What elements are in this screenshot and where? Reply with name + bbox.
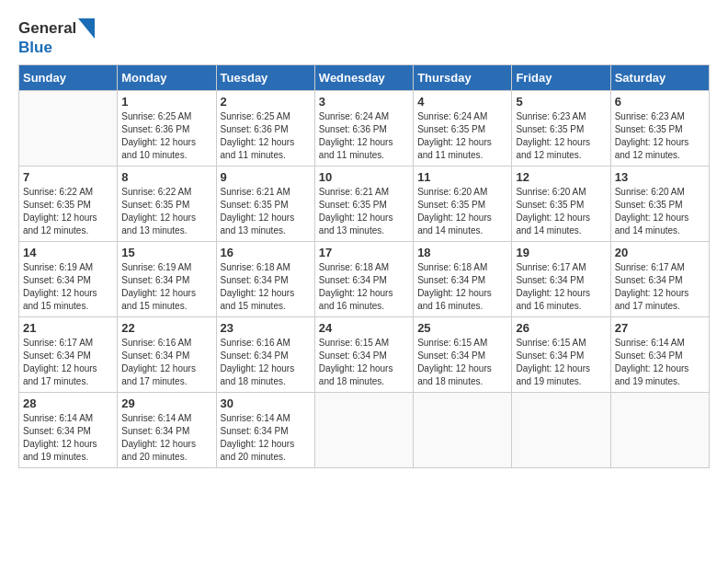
calendar-day-header-thursday: Thursday bbox=[414, 65, 512, 91]
day-number: 10 bbox=[319, 170, 409, 184]
day-number: 5 bbox=[516, 95, 606, 109]
calendar-week-row: 7Sunrise: 6:22 AMSunset: 6:35 PMDaylight… bbox=[19, 167, 710, 242]
day-info: Sunrise: 6:14 AMSunset: 6:34 PMDaylight:… bbox=[221, 412, 311, 464]
day-info: Sunrise: 6:17 AMSunset: 6:34 PMDaylight:… bbox=[23, 337, 113, 388]
calendar-cell: 19Sunrise: 6:17 AMSunset: 6:34 PMDayligh… bbox=[512, 242, 610, 317]
calendar-cell: 13Sunrise: 6:20 AMSunset: 6:35 PMDayligh… bbox=[610, 167, 709, 242]
svg-marker-0 bbox=[78, 18, 95, 39]
day-number: 22 bbox=[121, 321, 211, 335]
day-info: Sunrise: 6:21 AMSunset: 6:35 PMDaylight:… bbox=[221, 186, 311, 237]
calendar-cell: 28Sunrise: 6:14 AMSunset: 6:34 PMDayligh… bbox=[19, 393, 118, 468]
day-number: 4 bbox=[417, 95, 507, 109]
day-info: Sunrise: 6:25 AMSunset: 6:36 PMDaylight:… bbox=[121, 110, 211, 162]
day-info: Sunrise: 6:14 AMSunset: 6:34 PMDaylight:… bbox=[23, 412, 113, 464]
day-number: 7 bbox=[23, 170, 113, 184]
day-number: 12 bbox=[516, 170, 606, 184]
calendar-cell: 17Sunrise: 6:18 AMSunset: 6:34 PMDayligh… bbox=[314, 242, 413, 317]
day-info: Sunrise: 6:16 AMSunset: 6:34 PMDaylight:… bbox=[221, 337, 311, 388]
day-number: 21 bbox=[23, 321, 113, 335]
logo-text: General Blue bbox=[18, 18, 95, 57]
calendar-day-header-sunday: Sunday bbox=[19, 65, 118, 91]
calendar-week-row: 14Sunrise: 6:19 AMSunset: 6:34 PMDayligh… bbox=[19, 242, 710, 317]
calendar-cell: 2Sunrise: 6:25 AMSunset: 6:36 PMDaylight… bbox=[216, 91, 314, 167]
day-info: Sunrise: 6:18 AMSunset: 6:34 PMDaylight:… bbox=[319, 261, 409, 313]
day-info: Sunrise: 6:15 AMSunset: 6:34 PMDaylight:… bbox=[319, 337, 409, 388]
day-info: Sunrise: 6:18 AMSunset: 6:34 PMDaylight:… bbox=[417, 261, 507, 313]
day-number: 24 bbox=[319, 321, 409, 335]
day-number: 17 bbox=[319, 246, 409, 259]
page-header: General Blue bbox=[18, 18, 710, 57]
calendar-cell: 30Sunrise: 6:14 AMSunset: 6:34 PMDayligh… bbox=[216, 393, 314, 468]
calendar-header-row: SundayMondayTuesdayWednesdayThursdayFrid… bbox=[19, 65, 710, 91]
day-number: 2 bbox=[221, 95, 311, 109]
logo-blue: Blue bbox=[18, 39, 52, 56]
calendar-day-header-tuesday: Tuesday bbox=[216, 65, 314, 91]
calendar-week-row: 1Sunrise: 6:25 AMSunset: 6:36 PMDaylight… bbox=[19, 91, 710, 167]
day-info: Sunrise: 6:24 AMSunset: 6:36 PMDaylight:… bbox=[319, 110, 409, 162]
day-info: Sunrise: 6:21 AMSunset: 6:35 PMDaylight:… bbox=[319, 186, 409, 237]
calendar-cell: 20Sunrise: 6:17 AMSunset: 6:34 PMDayligh… bbox=[610, 242, 709, 317]
day-info: Sunrise: 6:19 AMSunset: 6:34 PMDaylight:… bbox=[23, 261, 113, 313]
calendar-day-header-saturday: Saturday bbox=[610, 65, 709, 91]
day-number: 20 bbox=[615, 246, 705, 259]
calendar-cell bbox=[19, 91, 118, 167]
day-info: Sunrise: 6:24 AMSunset: 6:35 PMDaylight:… bbox=[417, 110, 507, 162]
calendar-cell bbox=[610, 393, 709, 468]
day-number: 16 bbox=[221, 246, 311, 259]
day-number: 8 bbox=[121, 170, 211, 184]
day-number: 11 bbox=[417, 170, 507, 184]
day-number: 29 bbox=[121, 396, 211, 410]
day-info: Sunrise: 6:15 AMSunset: 6:34 PMDaylight:… bbox=[417, 337, 507, 388]
calendar-cell: 24Sunrise: 6:15 AMSunset: 6:34 PMDayligh… bbox=[314, 317, 413, 393]
day-info: Sunrise: 6:20 AMSunset: 6:35 PMDaylight:… bbox=[615, 186, 705, 237]
calendar-cell: 18Sunrise: 6:18 AMSunset: 6:34 PMDayligh… bbox=[414, 242, 512, 317]
logo-general: General bbox=[18, 19, 76, 38]
day-number: 1 bbox=[121, 95, 211, 109]
day-number: 3 bbox=[319, 95, 409, 109]
day-info: Sunrise: 6:20 AMSunset: 6:35 PMDaylight:… bbox=[417, 186, 507, 237]
day-info: Sunrise: 6:18 AMSunset: 6:34 PMDaylight:… bbox=[221, 261, 311, 313]
day-number: 13 bbox=[615, 170, 705, 184]
day-number: 27 bbox=[615, 321, 705, 335]
day-info: Sunrise: 6:23 AMSunset: 6:35 PMDaylight:… bbox=[615, 110, 705, 162]
calendar-day-header-wednesday: Wednesday bbox=[314, 65, 413, 91]
calendar-cell: 29Sunrise: 6:14 AMSunset: 6:34 PMDayligh… bbox=[118, 393, 216, 468]
calendar-cell: 26Sunrise: 6:15 AMSunset: 6:34 PMDayligh… bbox=[512, 317, 610, 393]
calendar-cell: 1Sunrise: 6:25 AMSunset: 6:36 PMDaylight… bbox=[118, 91, 216, 167]
day-number: 14 bbox=[23, 246, 113, 259]
day-info: Sunrise: 6:14 AMSunset: 6:34 PMDaylight:… bbox=[121, 412, 211, 464]
calendar-cell: 27Sunrise: 6:14 AMSunset: 6:34 PMDayligh… bbox=[610, 317, 709, 393]
calendar-cell: 10Sunrise: 6:21 AMSunset: 6:35 PMDayligh… bbox=[314, 167, 413, 242]
calendar-week-row: 21Sunrise: 6:17 AMSunset: 6:34 PMDayligh… bbox=[19, 317, 710, 393]
calendar-week-row: 28Sunrise: 6:14 AMSunset: 6:34 PMDayligh… bbox=[19, 393, 710, 468]
logo: General Blue bbox=[18, 18, 95, 57]
calendar-cell: 21Sunrise: 6:17 AMSunset: 6:34 PMDayligh… bbox=[19, 317, 118, 393]
calendar-cell: 9Sunrise: 6:21 AMSunset: 6:35 PMDaylight… bbox=[216, 167, 314, 242]
calendar-cell: 6Sunrise: 6:23 AMSunset: 6:35 PMDaylight… bbox=[610, 91, 709, 167]
calendar-cell bbox=[414, 393, 512, 468]
day-number: 26 bbox=[516, 321, 606, 335]
calendar-day-header-friday: Friday bbox=[512, 65, 610, 91]
day-number: 6 bbox=[615, 95, 705, 109]
calendar-cell: 15Sunrise: 6:19 AMSunset: 6:34 PMDayligh… bbox=[118, 242, 216, 317]
day-info: Sunrise: 6:17 AMSunset: 6:34 PMDaylight:… bbox=[516, 261, 606, 313]
calendar-cell: 11Sunrise: 6:20 AMSunset: 6:35 PMDayligh… bbox=[414, 167, 512, 242]
day-number: 19 bbox=[516, 246, 606, 259]
day-info: Sunrise: 6:17 AMSunset: 6:34 PMDaylight:… bbox=[615, 261, 705, 313]
day-number: 25 bbox=[417, 321, 507, 335]
day-info: Sunrise: 6:15 AMSunset: 6:34 PMDaylight:… bbox=[516, 337, 606, 388]
calendar-day-header-monday: Monday bbox=[118, 65, 216, 91]
logo-triangle-icon bbox=[78, 18, 95, 39]
calendar-cell: 3Sunrise: 6:24 AMSunset: 6:36 PMDaylight… bbox=[314, 91, 413, 167]
day-info: Sunrise: 6:22 AMSunset: 6:35 PMDaylight:… bbox=[23, 186, 113, 237]
calendar-cell: 22Sunrise: 6:16 AMSunset: 6:34 PMDayligh… bbox=[118, 317, 216, 393]
calendar-cell bbox=[314, 393, 413, 468]
calendar-cell: 7Sunrise: 6:22 AMSunset: 6:35 PMDaylight… bbox=[19, 167, 118, 242]
day-number: 9 bbox=[221, 170, 311, 184]
day-info: Sunrise: 6:16 AMSunset: 6:34 PMDaylight:… bbox=[121, 337, 211, 388]
day-info: Sunrise: 6:20 AMSunset: 6:35 PMDaylight:… bbox=[516, 186, 606, 237]
day-number: 15 bbox=[121, 246, 211, 259]
day-info: Sunrise: 6:23 AMSunset: 6:35 PMDaylight:… bbox=[516, 110, 606, 162]
calendar-table: SundayMondayTuesdayWednesdayThursdayFrid… bbox=[18, 64, 710, 468]
day-info: Sunrise: 6:22 AMSunset: 6:35 PMDaylight:… bbox=[121, 186, 211, 237]
